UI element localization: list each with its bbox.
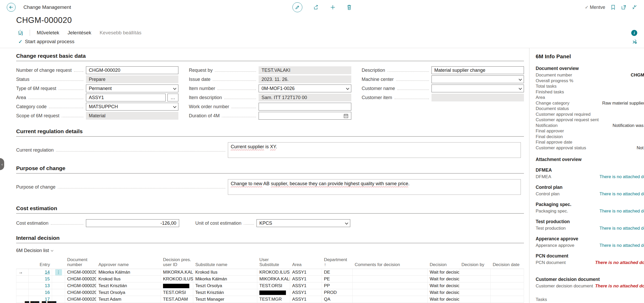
attachment-status-link[interactable]: There is no attached document [599, 208, 644, 214]
cell-decision_date[interactable] [491, 282, 524, 289]
cell-decision[interactable]: Wait for decision [428, 282, 459, 289]
column-header-user-substitute[interactable]: User Substitute [257, 256, 290, 269]
cell-dept[interactable]: PE [322, 276, 353, 282]
cell-doc[interactable]: CHGM-000020 [65, 269, 96, 276]
edit-button[interactable] [292, 2, 302, 12]
row-menu-cell[interactable]: ⋮ [52, 269, 65, 276]
unpin-button[interactable] [632, 39, 637, 44]
customer-name-select[interactable] [432, 85, 524, 92]
machine-center-select[interactable] [432, 75, 524, 83]
cell-dept[interactable]: PROD [322, 289, 353, 296]
cell-user_substitute[interactable]: TEST.MGR [257, 296, 290, 303]
item-number-select[interactable]: 0M-MOF1-0026 [259, 85, 351, 92]
cell-decision_date[interactable] [491, 296, 524, 303]
cell-user_substitute[interactable]: TEST.ORSI [257, 282, 290, 289]
bookmark-button[interactable] [611, 5, 615, 10]
cell-decision_user[interactable] [161, 282, 193, 289]
cell-user_substitute[interactable]: KROKOD.ILUS [257, 269, 290, 276]
column-header-entry[interactable]: Entry [29, 256, 52, 269]
cell-area[interactable]: ASSY1 [290, 282, 322, 289]
ribbon-item-muveletek[interactable]: Műveletek [37, 30, 59, 36]
ribbon-item-jelentesek[interactable]: Jelentések [68, 30, 91, 36]
column-header-document-number[interactable]: Document number [65, 256, 96, 269]
row-menu-cell[interactable] [52, 276, 65, 282]
cell-doc[interactable]: CHGM-000020 [65, 289, 96, 296]
cell-doc[interactable]: CHGM-000020 [65, 282, 96, 289]
purpose-textarea[interactable]: Change to new AB supplier, because they … [228, 179, 521, 195]
column-header-area[interactable]: Area [290, 256, 322, 269]
cell-decision[interactable]: Wait for decision [428, 276, 459, 282]
column-header-decision-date[interactable]: Decision date [491, 256, 524, 269]
cell-dept[interactable]: PP [322, 282, 353, 289]
cell-decision_user[interactable]: MIKORKA.KALMAN [161, 269, 193, 276]
cell-dept[interactable]: QA [322, 296, 353, 303]
delete-button[interactable] [347, 4, 352, 10]
entry-link[interactable]: 16 [29, 289, 52, 296]
entry-link[interactable]: 14 [29, 269, 52, 276]
duration-of-4m-input[interactable] [259, 112, 351, 120]
column-header-decision-by[interactable]: Decision by [459, 256, 491, 269]
cell-area[interactable]: ASSY1 [290, 296, 322, 303]
unit-of-cost-estimation-select[interactable]: KPCS [257, 219, 350, 227]
cell-area[interactable]: ASSY1 [290, 289, 322, 296]
cell-substitute[interactable]: Mikorka Kálmán [193, 276, 257, 282]
cell-approver[interactable]: Krokod Ilus [96, 276, 161, 282]
column-header-approver-name[interactable]: Approver name [96, 256, 161, 269]
cell-decision_date[interactable] [491, 269, 524, 276]
cell-decision_by[interactable] [459, 289, 491, 296]
cell-substitute[interactable]: Teszt Krisztián [193, 289, 257, 296]
cell-dept[interactable]: DE [322, 269, 353, 276]
cell-doc[interactable]: CHGM-000020 [65, 276, 96, 282]
column-header-department[interactable]: Department ↑ [322, 256, 353, 269]
cell-area[interactable]: ASSY1 [290, 269, 322, 276]
attachment-status-link[interactable]: There is no attached document [599, 174, 644, 179]
entry-link[interactable]: 13 [29, 282, 52, 289]
attachment-status-link[interactable]: There is no attached document [599, 225, 644, 231]
number-of-change-request-input[interactable]: CHGM-000020 [86, 66, 178, 74]
cell-decision_by[interactable] [459, 269, 491, 276]
start-approval-button[interactable]: Start approval process [25, 39, 74, 44]
cell-decision_by[interactable] [459, 276, 491, 282]
cell-decision_date[interactable] [491, 289, 524, 296]
column-header-decision[interactable]: Decision [428, 256, 459, 269]
cell-user_substitute[interactable]: MIKORKA.KALMAN [257, 276, 290, 282]
cell-decision[interactable]: Wait for decision [428, 296, 459, 303]
column-header-substitute-name[interactable]: Substitute name [193, 256, 257, 269]
attachment-status-link[interactable]: There is no attached document [595, 260, 644, 265]
info-icon[interactable]: i [631, 30, 637, 36]
entry-link[interactable]: 15 [29, 276, 52, 282]
cell-decision_by[interactable] [459, 282, 491, 289]
cell-substitute[interactable]: Teszt Orsolya [193, 282, 257, 289]
row-menu-cell[interactable] [52, 289, 65, 296]
cell-decision_by[interactable] [459, 296, 491, 303]
row-menu-icon[interactable]: ⋮ [55, 269, 62, 275]
area-input[interactable]: ASSY1 [86, 94, 166, 101]
attachment-status-link[interactable]: There is no attached document [599, 191, 644, 197]
cell-area[interactable]: ASSY1 [290, 276, 322, 282]
cell-user_substitute[interactable] [257, 289, 290, 296]
cost-estimation-input[interactable]: -126,00 [86, 219, 179, 227]
cell-approver[interactable]: Mikorka Kálmán [96, 269, 161, 276]
ribbon-item-uj[interactable]: Új [18, 30, 23, 36]
cell-comments[interactable] [353, 296, 428, 303]
cell-decision_user[interactable]: KROKOD.ILUS [161, 276, 193, 282]
cell-decision_user[interactable]: TEST.ORSI [161, 289, 193, 296]
cell-approver[interactable]: Teszt Orsolya [96, 289, 161, 296]
open-in-new-window-button[interactable] [621, 5, 626, 10]
ribbon-item-kevesebb-beallitas[interactable]: Kevesebb beállítás [99, 30, 141, 36]
category-code-select[interactable]: MATSUPPCH [86, 103, 178, 111]
cell-decision[interactable]: Wait for decision [428, 269, 459, 276]
decision-list-selector[interactable]: 6M Decision list [16, 248, 53, 253]
cell-decision[interactable]: Wait for decision [428, 289, 459, 296]
current-regulation-textarea[interactable]: Current supplier is XY. [228, 142, 521, 158]
cell-substitute[interactable]: Teszt Manager [193, 296, 257, 303]
description-input[interactable]: Material supplier change [432, 66, 524, 74]
cell-comments[interactable] [353, 276, 428, 282]
column-header-comments-for-decision[interactable]: Comments for decision [353, 256, 428, 269]
share-button[interactable] [313, 4, 319, 10]
new-button[interactable] [330, 4, 336, 10]
row-menu-cell[interactable] [52, 282, 65, 289]
cell-decision_date[interactable] [491, 276, 524, 282]
back-button[interactable] [7, 3, 16, 12]
attachment-status-link[interactable]: There is no attached document [599, 243, 644, 248]
